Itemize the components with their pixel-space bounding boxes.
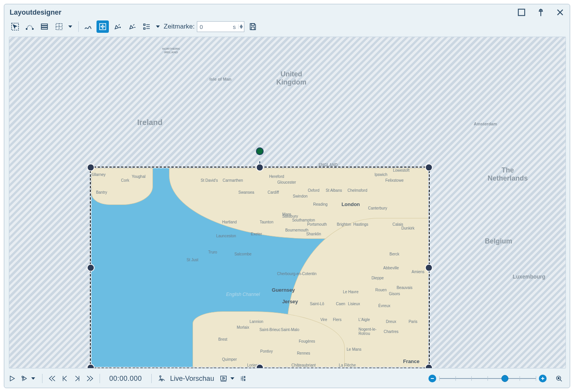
city-label: Nogent-le- Rotrou xyxy=(359,327,377,336)
city-label: La Flèche xyxy=(339,363,356,367)
timemark-stepper[interactable]: s xyxy=(197,21,244,32)
path-tool-icon[interactable] xyxy=(24,20,36,33)
svg-point-17 xyxy=(558,377,559,379)
city-label: Rouen xyxy=(375,287,386,292)
city-label: Jersey xyxy=(282,299,298,304)
pointer-tool-icon[interactable] xyxy=(9,20,21,33)
city-label: Pontivy xyxy=(260,349,273,353)
city-label: Hartland xyxy=(222,220,237,224)
timemark-label: Zeitmarke: xyxy=(164,23,195,30)
resize-handle[interactable] xyxy=(87,264,95,272)
skip-last-icon[interactable] xyxy=(84,373,95,384)
zoom-in-icon[interactable] xyxy=(539,375,547,382)
preview-dropdown-icon[interactable] xyxy=(230,377,235,380)
city-label: Cork xyxy=(121,178,129,182)
city-label: Guernsey xyxy=(272,287,295,292)
city-label: Lowestoft xyxy=(393,168,410,172)
city-label: Abbeville xyxy=(383,265,399,270)
city-label: St Albans xyxy=(326,188,342,192)
resize-handle[interactable] xyxy=(87,164,95,171)
bg-map-label: Amsterdam xyxy=(474,122,497,126)
city-label: Quimper xyxy=(222,357,237,361)
svg-point-3 xyxy=(32,29,34,30)
city-label: Beauvais xyxy=(396,286,412,290)
svg-rect-5 xyxy=(41,26,47,27)
list-dropdown-icon[interactable] xyxy=(155,25,161,29)
live-preview-label: Live-Vorschau xyxy=(170,375,214,383)
svg-point-13 xyxy=(159,376,161,377)
city-label: Bantry xyxy=(96,190,107,194)
grid-dropdown-icon[interactable] xyxy=(68,25,73,29)
svg-rect-8 xyxy=(144,24,145,25)
svg-rect-9 xyxy=(144,28,145,29)
pen-add-icon[interactable] xyxy=(111,20,124,33)
layers-tool-icon[interactable] xyxy=(38,20,51,33)
city-label: Reading xyxy=(313,202,327,206)
stepper-down-icon[interactable] xyxy=(239,27,244,29)
city-label: Amiens xyxy=(411,270,424,274)
zoom-fit-icon[interactable] xyxy=(554,373,564,384)
canvas-stage[interactable]: IrelandUnited KingdomENGLANDThe Netherla… xyxy=(9,37,566,368)
city-label: Hereford xyxy=(269,174,284,178)
city-label: Calais xyxy=(393,222,403,226)
city-label: Cherbourg-en-Cotentin xyxy=(277,272,317,276)
city-label: Taunton xyxy=(260,220,274,224)
rotate-handle[interactable] xyxy=(256,147,264,155)
city-label: Le Mans xyxy=(347,347,361,351)
resize-handle[interactable] xyxy=(256,164,264,171)
play-section-icon[interactable] xyxy=(19,373,30,384)
city-label: Saint-Malo xyxy=(281,327,300,331)
play-icon[interactable] xyxy=(7,373,17,384)
close-icon[interactable] xyxy=(556,8,564,17)
city-label: Châteaubriant xyxy=(291,363,316,367)
zoom-out-icon[interactable] xyxy=(428,375,436,382)
preview-window-icon[interactable] xyxy=(218,373,229,384)
city-label: Swindon xyxy=(293,194,307,198)
city-label: Hastings xyxy=(353,222,368,226)
save-icon[interactable] xyxy=(247,20,259,33)
live-preview-eye-icon[interactable] xyxy=(156,373,167,384)
city-label: France xyxy=(403,358,420,364)
city-label: Mere xyxy=(282,212,291,216)
list-tool-icon[interactable] xyxy=(141,20,153,33)
city-label: Dieppe xyxy=(371,275,384,280)
skip-back-icon[interactable] xyxy=(59,373,70,384)
zoom-knob[interactable] xyxy=(501,375,508,382)
city-label: Le Havre xyxy=(343,289,359,294)
city-label: Saint-Lô xyxy=(310,301,324,306)
pen-remove-icon[interactable] xyxy=(126,20,138,33)
city-label: Brest xyxy=(218,337,227,341)
bg-map-label: Belgium xyxy=(485,237,512,245)
svg-rect-11 xyxy=(251,27,254,30)
city-label: Killarney xyxy=(91,172,106,176)
city-label: Carmarthen xyxy=(223,178,243,182)
city-label: London xyxy=(342,201,360,207)
move-tool-icon[interactable] xyxy=(97,20,109,33)
svg-point-14 xyxy=(161,380,163,381)
city-label: Dreux xyxy=(386,319,396,323)
maximize-icon[interactable] xyxy=(517,8,526,17)
grid-tool-icon[interactable] xyxy=(53,20,65,33)
skip-forward-icon[interactable] xyxy=(72,373,83,384)
city-label: Cardiff xyxy=(268,190,279,194)
bg-map-label: Isle of Man xyxy=(210,77,232,81)
city-label: Dunkirk xyxy=(401,226,415,230)
current-time: 00:00.000 xyxy=(104,375,147,383)
city-label: Chelmsford xyxy=(347,188,367,192)
svg-point-2 xyxy=(26,29,27,30)
city-label: Paris xyxy=(408,319,417,323)
timemark-input[interactable] xyxy=(197,23,233,31)
pin-icon[interactable] xyxy=(537,8,545,17)
resize-handle[interactable] xyxy=(425,264,433,272)
zoom-slider[interactable] xyxy=(439,374,536,383)
city-label: Launceston xyxy=(216,234,236,238)
timeline-ruler-icon[interactable] xyxy=(238,373,249,384)
freeform-path-icon[interactable] xyxy=(82,20,94,33)
resize-handle[interactable] xyxy=(425,164,433,171)
window-title: Layoutdesigner xyxy=(10,8,61,17)
city-label: Exeter xyxy=(251,232,262,236)
selection-frame[interactable]: English ChannelLondonFranceGuernseyJerse… xyxy=(90,167,430,368)
skip-first-icon[interactable] xyxy=(47,373,58,384)
play-dropdown-icon[interactable] xyxy=(30,377,36,380)
bg-map-label: United Kingdom xyxy=(276,70,306,86)
